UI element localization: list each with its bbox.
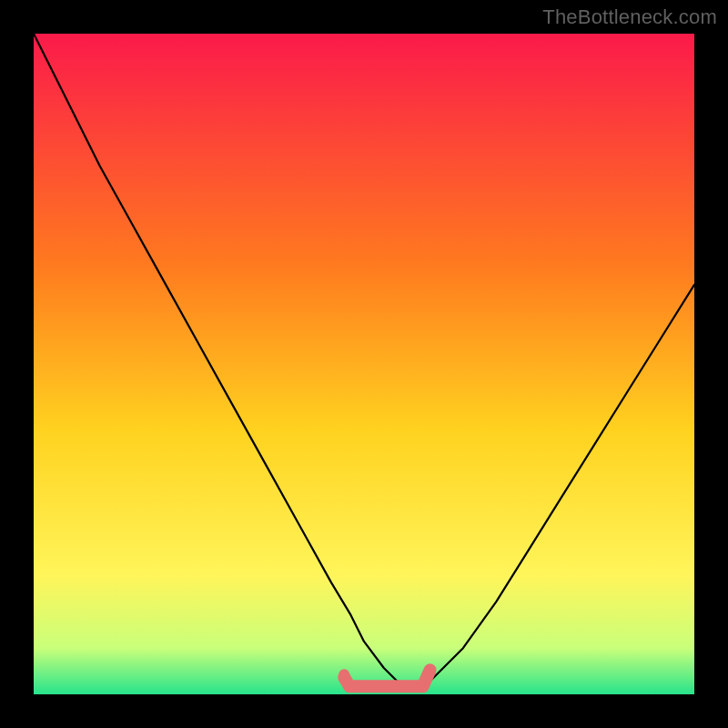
chart-overlay-svg <box>34 34 694 694</box>
bottleneck-curve <box>34 34 694 688</box>
valley-highlight-dot <box>339 669 349 680</box>
plot-gradient-area <box>34 34 694 694</box>
watermark-text: TheBottleneck.com <box>542 5 717 29</box>
chart-frame: TheBottleneck.com <box>0 0 728 728</box>
